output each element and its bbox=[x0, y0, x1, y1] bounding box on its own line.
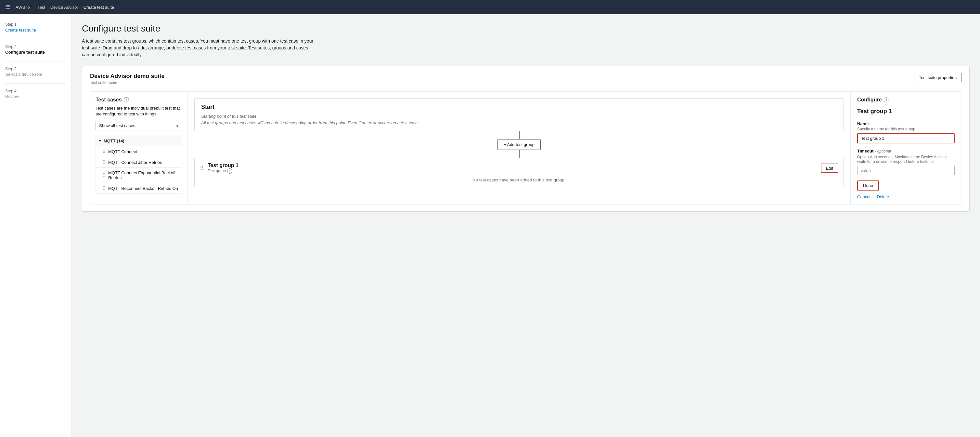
configure-info-icon[interactable]: i bbox=[884, 97, 889, 102]
start-card: Start Starting point of this test suite.… bbox=[194, 98, 844, 131]
suite-name-block: Device Advisor demo suite Test suite nam… bbox=[90, 73, 164, 85]
sidebar-step-1: Step 1 Create test suite bbox=[5, 22, 66, 32]
timeout-field-hint: Optional, in seconds. Maximum time Devic… bbox=[857, 155, 955, 164]
action-links: Cancel Delete bbox=[857, 195, 955, 199]
suite-container: Device Advisor demo suite Test suite nam… bbox=[82, 66, 970, 212]
breadcrumb-device-advisor[interactable]: Device Advisor bbox=[50, 5, 78, 10]
start-card-desc2: All test groups and test cases will exec… bbox=[201, 120, 837, 126]
name-field-input[interactable] bbox=[857, 133, 955, 144]
breadcrumb-sep-1: › bbox=[35, 5, 36, 9]
add-test-group-button[interactable]: + Add test group bbox=[498, 139, 541, 150]
test-case-mqtt-exponential[interactable]: ⠿ MQTT Connect Exponential Backoff Retri… bbox=[95, 168, 182, 183]
hamburger-menu-icon[interactable]: ☰ bbox=[5, 3, 10, 11]
test-case-mqtt-connect[interactable]: ⠿ MQTT Connect bbox=[95, 146, 182, 157]
start-card-title: Start bbox=[201, 104, 837, 110]
step-3-label: Step 3 bbox=[5, 67, 66, 71]
suite-body: Test cases i Test cases are the individu… bbox=[90, 91, 961, 205]
sidebar-step-4: Step 4 Review bbox=[5, 89, 66, 99]
test-case-mqtt-reconnect[interactable]: ⠿ MQTT Reconnect Backoff Retries On bbox=[95, 183, 182, 194]
test-group-1-header: ⠿ Test group 1 Test group i Edit bbox=[200, 163, 838, 174]
breadcrumb: AWS IoT › Test › Device Advisor › Create… bbox=[16, 5, 114, 10]
connector-start-to-add: + Add test group bbox=[194, 131, 844, 158]
test-group-1-title: Test group 1 bbox=[208, 163, 239, 168]
test-case-mqtt-jitter[interactable]: ⠿ MQTT Connect Jitter Retries bbox=[95, 157, 182, 168]
test-cases-filter-wrapper: Show all test cases MQTT Shadow Jobs Per… bbox=[95, 121, 182, 131]
step-1-label: Step 1 bbox=[5, 22, 66, 27]
main-content: Configure test suite A test suite contai… bbox=[72, 14, 980, 437]
timeout-field-input[interactable] bbox=[857, 166, 955, 175]
sidebar: Step 1 Create test suite Step 2 Configur… bbox=[0, 14, 72, 437]
v-line-bottom bbox=[519, 150, 520, 158]
suite-header: Device Advisor demo suite Test suite nam… bbox=[90, 73, 961, 85]
group-card-drag-icon: ⠿ bbox=[200, 165, 204, 171]
page-description: A test suite contains test groups, which… bbox=[82, 38, 316, 58]
test-group-1-name-block: Test group 1 Test group i bbox=[208, 163, 239, 174]
group-card-info-icon[interactable]: i bbox=[227, 168, 232, 174]
test-case-mqtt-exponential-label: MQTT Connect Exponential Backoff Retries bbox=[108, 171, 179, 180]
test-cases-filter-select[interactable]: Show all test cases MQTT Shadow Jobs Per… bbox=[95, 121, 182, 131]
configure-title-text: Configure bbox=[857, 97, 882, 103]
sidebar-step-2: Step 2 Configure test suite bbox=[5, 45, 66, 55]
mqtt-group-header[interactable]: ▼ MQTT (14) bbox=[95, 136, 182, 146]
timeout-field-label: Timeout bbox=[857, 148, 873, 153]
done-button-row: Done bbox=[857, 180, 955, 191]
group-arrow-icon: ▼ bbox=[99, 139, 102, 143]
page-title: Configure test suite bbox=[82, 24, 970, 34]
sidebar-step-3: Step 3 Select a device role bbox=[5, 67, 66, 77]
timeout-label-row: Timeout - optional bbox=[857, 148, 955, 154]
mqtt-group-label: MQTT (14) bbox=[103, 139, 124, 144]
breadcrumb-test[interactable]: Test bbox=[37, 5, 45, 10]
breadcrumb-sep-3: › bbox=[80, 5, 81, 9]
suite-name: Device Advisor demo suite bbox=[90, 73, 164, 80]
no-cases-text: No test cases have been added to this te… bbox=[200, 177, 838, 182]
step-4-disabled: Review bbox=[5, 94, 66, 99]
test-cases-title-text: Test cases bbox=[95, 97, 122, 103]
drag-handle-icon: ⠿ bbox=[102, 159, 106, 165]
test-group-1-left: ⠿ Test group 1 Test group i bbox=[200, 163, 239, 174]
test-cases-info-icon[interactable]: i bbox=[124, 97, 129, 102]
step-2-active: Configure test suite bbox=[5, 50, 66, 55]
test-cases-panel: Test cases i Test cases are the individu… bbox=[90, 92, 188, 204]
breadcrumb-sep-2: › bbox=[47, 5, 48, 9]
name-field-label: Name bbox=[857, 121, 955, 126]
test-case-mqtt-jitter-label: MQTT Connect Jitter Retries bbox=[108, 160, 162, 165]
cancel-link[interactable]: Cancel bbox=[857, 195, 870, 199]
step-4-label: Step 4 bbox=[5, 89, 66, 93]
timeout-optional-label: - optional bbox=[875, 149, 891, 153]
name-field-hint: Specify a name for this test group. bbox=[857, 127, 955, 131]
step-1-link[interactable]: Create test suite bbox=[5, 28, 36, 32]
edit-group-button[interactable]: Edit bbox=[821, 164, 838, 173]
test-cases-desc: Test cases are the individual prebuilt t… bbox=[95, 105, 182, 117]
test-group-1-card: ⠿ Test group 1 Test group i Edit bbox=[194, 158, 844, 187]
start-card-desc1: Starting point of this test suite. bbox=[201, 113, 837, 120]
delete-link[interactable]: Delete bbox=[877, 195, 889, 199]
suite-properties-button[interactable]: Test suite properties bbox=[914, 73, 961, 82]
step-2-label: Step 2 bbox=[5, 45, 66, 49]
mqtt-test-group: ▼ MQTT (14) ⠿ MQTT Connect ⠿ MQTT Connec… bbox=[95, 136, 182, 194]
test-case-mqtt-reconnect-label: MQTT Reconnect Backoff Retries On bbox=[108, 186, 178, 191]
canvas-panel: Start Starting point of this test suite.… bbox=[188, 92, 851, 204]
drag-handle-icon: ⠿ bbox=[102, 173, 106, 178]
configure-title: Configure i bbox=[857, 97, 955, 103]
configure-panel: Configure i Test group 1 Name Specify a … bbox=[851, 92, 961, 204]
breadcrumb-aws-iot[interactable]: AWS IoT bbox=[16, 5, 32, 10]
test-group-1-subtitle: Test group i bbox=[208, 168, 239, 174]
breadcrumb-current: Create test suite bbox=[83, 5, 114, 10]
drag-handle-icon: ⠿ bbox=[102, 186, 106, 191]
test-case-mqtt-connect-label: MQTT Connect bbox=[108, 149, 137, 154]
done-button[interactable]: Done bbox=[857, 180, 879, 191]
step-3-disabled: Select a device role bbox=[5, 72, 66, 77]
v-line-top bbox=[519, 131, 520, 139]
configure-group-name: Test group 1 bbox=[857, 108, 955, 115]
top-navigation: ☰ AWS IoT › Test › Device Advisor › Crea… bbox=[0, 0, 980, 14]
suite-name-label: Test suite name bbox=[90, 80, 164, 85]
test-cases-title: Test cases i bbox=[95, 97, 182, 103]
drag-handle-icon: ⠿ bbox=[102, 149, 106, 154]
